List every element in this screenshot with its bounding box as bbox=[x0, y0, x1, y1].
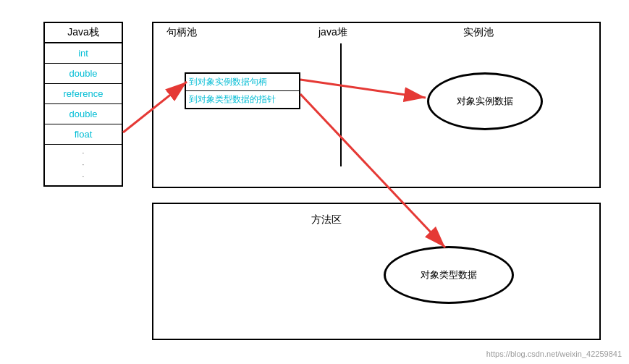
instance-pool-label: 实例池 bbox=[463, 26, 494, 39]
instance-data-ellipse: 对象实例数据 bbox=[427, 72, 543, 130]
type-data-ellipse: 对象类型数据 bbox=[384, 246, 514, 304]
stack-item-double2: double bbox=[45, 104, 122, 124]
main-container: Java栈 int double reference double float … bbox=[0, 0, 629, 364]
stack-dots: ··· bbox=[45, 145, 122, 185]
handle-pool-label: 句柄池 bbox=[166, 26, 197, 39]
watermark: https://blog.csdn.net/weixin_42259841 bbox=[486, 350, 622, 358]
stack-item-double1: double bbox=[45, 64, 122, 84]
handle-box-line2: 到对象类型数据的指针 bbox=[186, 91, 299, 108]
right-bottom-area bbox=[152, 203, 601, 340]
stack-title: Java栈 bbox=[45, 23, 122, 43]
handle-box-line1: 到对象实例数据句柄 bbox=[186, 74, 299, 91]
instance-data-label: 对象实例数据 bbox=[457, 95, 513, 108]
stack-item-int: int bbox=[45, 43, 122, 64]
method-area-label: 方法区 bbox=[311, 213, 342, 227]
stack-item-reference: reference bbox=[45, 84, 122, 104]
java-heap-label: java堆 bbox=[318, 26, 347, 39]
handle-box: 到对象实例数据句柄 到对象类型数据的指针 bbox=[185, 72, 300, 109]
vertical-divider bbox=[340, 43, 342, 166]
java-stack: Java栈 int double reference double float … bbox=[43, 22, 123, 187]
stack-item-float: float bbox=[45, 124, 122, 145]
type-data-label: 对象类型数据 bbox=[421, 268, 477, 282]
